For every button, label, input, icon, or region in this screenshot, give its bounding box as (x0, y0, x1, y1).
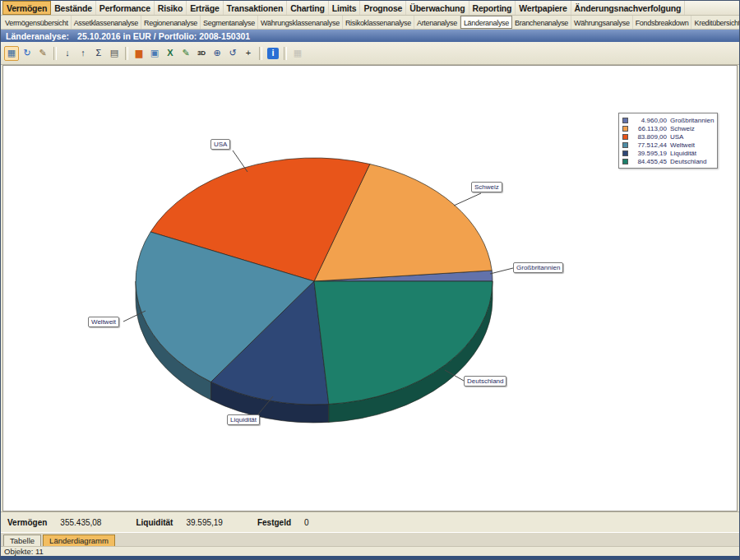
menu-tab-ertraege[interactable]: Erträge (187, 1, 223, 15)
filter-edit-icon[interactable]: ✎ (35, 46, 50, 61)
chart-edit-icon[interactable]: ✎ (178, 46, 193, 61)
summary-value-liquiditaet: 39.595,19 (186, 518, 223, 527)
summary-value-vermoegen: 355.435,08 (60, 518, 101, 527)
menu-bar: VermögenBeständePerformanceRisikoErträge… (1, 1, 739, 16)
refresh-icon[interactable]: ↻ (20, 46, 35, 61)
menu-tab-prognose[interactable]: Prognose (360, 1, 406, 15)
menu-tab-ueberwachung[interactable]: Überwachung (406, 1, 469, 15)
object-count: Objekte: 11 (4, 547, 44, 556)
subtab-artenanalyse[interactable]: Artenanalyse (414, 16, 460, 29)
crosshair-icon[interactable]: + (241, 46, 256, 61)
chart-settings-icon: ▦ (290, 46, 305, 61)
legend-color-swatch (622, 159, 628, 164)
toolbar: ▦↻✎↓↑Σ▤▆▣X✎3D⊕↺+i▦ (1, 42, 739, 65)
legend-label: Großbritannien (670, 117, 714, 124)
menu-tab-vermoegen[interactable]: Vermögen (2, 1, 51, 15)
three-d-chart-icon[interactable]: 3D (194, 46, 209, 61)
excel-export-icon[interactable]: X (163, 46, 178, 61)
toolbar-separator (284, 47, 287, 60)
menu-tab-limits[interactable]: Limits (329, 1, 361, 15)
menu-tab-transaktionen[interactable]: Transaktionen (224, 1, 288, 15)
title-bar: Länderanalyse: 25.10.2016 in EUR / Portf… (1, 30, 739, 42)
menu-tab-charting[interactable]: Charting (287, 1, 329, 15)
subtab-regionenanalyse[interactable]: Regionenanalyse (141, 16, 201, 29)
toolbar-separator (125, 47, 128, 60)
subtab-vermoegensuebersicht[interactable]: Vermögensübersicht (2, 16, 72, 29)
summary-label-vermoegen: Vermögen (7, 518, 47, 527)
legend-color-swatch (622, 134, 628, 140)
legend-color-swatch (622, 150, 628, 156)
app-window: VermögenBeständePerformanceRisikoErträge… (0, 0, 740, 560)
info-icon[interactable]: i (267, 48, 279, 59)
legend-label: Schweiz (670, 125, 695, 132)
legend-row-schweiz: 66.113,00Schweiz (622, 124, 714, 132)
bar-chart-icon[interactable]: ▆ (132, 46, 146, 61)
legend-row-grossbritannien: 4.960,00Großbritannien (622, 116, 714, 124)
legend-value: 77.512,44 (631, 141, 667, 149)
bottom-tab-laenderdiagramm[interactable]: Länderdiagramm (43, 535, 115, 546)
zoom-icon[interactable]: ⊕ (210, 46, 224, 61)
slice-label-schweiz: Schweiz (471, 182, 502, 192)
menu-tab-performance[interactable]: Performance (96, 1, 155, 15)
page-context: 25.10.2016 in EUR / Portfolio: 2008-1503… (77, 31, 250, 41)
legend-color-swatch (622, 118, 628, 123)
legend-value: 4.960,00 (631, 117, 667, 124)
menu-tab-risiko[interactable]: Risiko (155, 1, 187, 15)
sort-descending-icon[interactable]: ↑ (76, 46, 90, 61)
slice-label-weltweit: Weltweit (88, 317, 119, 327)
label-leader-line (454, 193, 481, 206)
legend-row-liquiditaet: 39.595,19Liquidität (622, 149, 714, 157)
summary-label-festgeld: Festgeld (257, 518, 291, 527)
summary-bar: Vermögen 355.435,08 Liquidität 39.595,19… (1, 511, 739, 532)
menu-tab-reporting[interactable]: Reporting (469, 1, 516, 15)
legend-label: Weltweit (670, 141, 695, 149)
bottom-tab-tabelle[interactable]: Tabelle (3, 535, 41, 546)
legend-value: 83.809,00 (631, 133, 667, 141)
legend-row-weltweit: 77.512,44Weltweit (622, 141, 714, 149)
summary-label-liquiditaet: Liquidität (136, 518, 173, 527)
page-title: Länderanalyse: (6, 31, 69, 41)
slice-label-deutschland: Deutschland (464, 376, 506, 386)
subtab-bar: VermögensübersichtAssetklassenanalyseReg… (1, 16, 739, 30)
chart-view-toggle-icon[interactable]: ▦ (4, 46, 19, 61)
chart-image-icon[interactable]: ▣ (147, 46, 162, 61)
subtab-waehrungsanalyse[interactable]: Währungsanalyse (571, 16, 633, 29)
legend-row-deutschland: 84.455,45Deutschland (622, 157, 714, 165)
rotate-icon[interactable]: ↺ (225, 46, 240, 61)
subtab-kredituebersicht[interactable]: Kreditübersicht (691, 16, 740, 29)
label-leader-line (490, 268, 513, 274)
summary-value-festgeld: 0 (304, 518, 309, 527)
slice-label-grossbritannien: Großbritannien (513, 262, 563, 273)
status-bar: Objekte: 11 (1, 546, 739, 556)
subtab-assetklassenanalyse[interactable]: Assetklassenanalyse (72, 16, 141, 29)
subtab-segmentanalyse[interactable]: Segmentanalyse (201, 16, 258, 29)
toolbar-separator (259, 47, 262, 60)
legend-value: 84.455,45 (631, 158, 667, 165)
chart-area: 4.960,00Großbritannien66.113,00Schweiz83… (2, 65, 738, 511)
legend-value: 39.595,19 (631, 150, 667, 157)
slice-label-usa: USA (210, 139, 230, 150)
subtab-risikoklassenanalyse[interactable]: Risikoklassenanalyse (343, 16, 414, 29)
sum-icon[interactable]: Σ (91, 46, 106, 61)
chart-legend: 4.960,00Großbritannien66.113,00Schweiz83… (618, 113, 718, 169)
menu-tab-bestaende[interactable]: Bestände (51, 1, 96, 15)
menu-tab-aenderungsnachverfolgung[interactable]: Änderungsnachverfolgung (571, 1, 686, 15)
label-leader-line (233, 150, 247, 172)
slice-label-liquiditaet: Liquidität (227, 414, 260, 425)
toolbar-separator (53, 47, 57, 60)
subtab-laenderanalyse[interactable]: Länderanalyse (460, 16, 512, 29)
legend-label: USA (670, 133, 683, 141)
legend-label: Liquidität (670, 150, 696, 157)
sort-ascending-icon[interactable]: ↓ (60, 46, 75, 61)
legend-row-usa: 83.809,00USA (622, 132, 714, 141)
subtab-waehrungsklassenanalyse[interactable]: Währungsklassenanalyse (258, 16, 343, 29)
bottom-tab-bar: Tabelle Länderdiagramm (1, 532, 739, 546)
subtab-branchenanalyse[interactable]: Branchenanalyse (512, 16, 571, 29)
legend-color-swatch (622, 142, 628, 148)
legend-value: 66.113,00 (631, 125, 667, 132)
subtab-fondsbreakdown[interactable]: Fondsbreakdown (633, 16, 692, 29)
print-icon[interactable]: ▤ (107, 46, 122, 61)
menu-tab-wertpapiere[interactable]: Wertpapiere (516, 1, 571, 15)
legend-label: Deutschland (670, 158, 706, 165)
legend-color-swatch (622, 126, 628, 132)
